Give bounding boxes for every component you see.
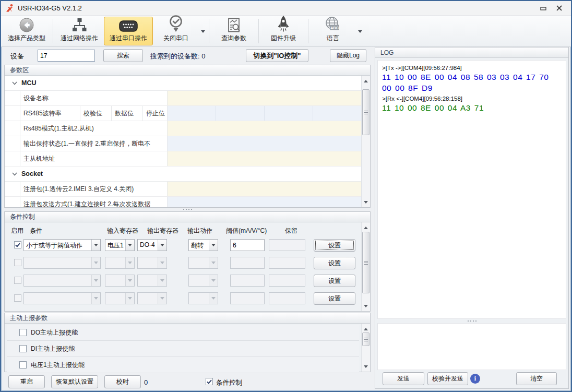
- output-action-select-disabled: [188, 292, 218, 304]
- input-register-select[interactable]: 电压1: [105, 239, 135, 251]
- report-checkbox-unchecked[interactable]: [19, 329, 27, 336]
- device-input[interactable]: [38, 50, 95, 62]
- log-splitter[interactable]: [377, 319, 566, 323]
- condition-scrollbar[interactable]: [361, 222, 370, 311]
- chevron-down-icon: [125, 275, 134, 286]
- scroll-down-arrow[interactable]: [362, 363, 370, 372]
- minimize-button[interactable]: [535, 3, 551, 14]
- param-value-cell[interactable]: [168, 136, 361, 151]
- time-sync-button[interactable]: 校时: [104, 375, 141, 388]
- param-row[interactable]: 设备名称: [5, 91, 361, 106]
- param-label: 注册包发送方式(1.建立连接时 2.每次发送数据: [20, 197, 168, 207]
- enable-checkbox-unchecked[interactable]: [14, 277, 21, 284]
- param-value-cell[interactable]: [168, 182, 361, 196]
- toolbar-firmware-upgrade[interactable]: 固件升级: [260, 17, 306, 45]
- toolbar-query-params[interactable]: 查询参数: [211, 17, 257, 45]
- search-button[interactable]: 搜索: [103, 49, 143, 62]
- language-dropdown-arrow[interactable]: [356, 17, 364, 45]
- scroll-up-arrow[interactable]: [362, 222, 370, 231]
- hide-log-button[interactable]: 隐藏Log: [330, 49, 366, 62]
- report-item-label: DO主动上报使能: [31, 328, 78, 337]
- output-register-select-disabled: [137, 275, 167, 287]
- info-icon[interactable]: i: [470, 374, 480, 384]
- restore-defaults-button[interactable]: 恢复默认设置: [51, 375, 98, 388]
- chevron-down-icon: [91, 275, 100, 286]
- output-register-select[interactable]: DO-4: [137, 239, 167, 251]
- left-pane: 设备 搜索 搜索到的设备数: 0 切换到"IO控制" 隐藏Log 参数区 MCU…: [4, 47, 373, 390]
- condition-toggle-label: 条件控制: [216, 378, 242, 387]
- log-header: LOG: [375, 47, 568, 58]
- param-label: Rs485模式(1.主机2.从机): [20, 121, 168, 136]
- toolbar-select-product-type[interactable]: 选择产品类型: [2, 17, 51, 45]
- close-serial-dropdown-arrow[interactable]: [199, 17, 207, 45]
- send-input-area[interactable]: [377, 323, 566, 370]
- toolbar-separator: [308, 19, 308, 43]
- param-group-socket[interactable]: Socket: [5, 167, 361, 182]
- scrollbar-thumb[interactable]: [362, 232, 370, 293]
- param-row[interactable]: 输出保持状态(1.一直保持 2.重启保持，断电不: [5, 136, 361, 151]
- toolbar-serial-operate[interactable]: 通过串口操作: [104, 17, 153, 45]
- output-action-select[interactable]: 翻转: [188, 239, 218, 251]
- scroll-up-arrow[interactable]: [362, 76, 370, 84]
- param-row[interactable]: 注册包(1.透传云2.IMEI 3.自定义 4.关闭): [5, 182, 361, 197]
- scroll-down-arrow[interactable]: [362, 199, 370, 207]
- log-output[interactable]: >[Tx ->][COM4][09:56:27:984] 11 10 00 8E…: [377, 60, 566, 319]
- condition-toggle-checkbox-checked[interactable]: [206, 378, 213, 385]
- set-button[interactable]: 设置: [314, 275, 355, 287]
- scroll-down-arrow[interactable]: [362, 303, 370, 311]
- chevron-down-icon[interactable]: [158, 240, 166, 251]
- verify-send-button[interactable]: 校验并发送: [427, 372, 468, 385]
- input-register-select-disabled: [105, 292, 135, 304]
- param-value-cells[interactable]: [168, 106, 361, 121]
- param-row[interactable]: RS485波特率 校验位 数据位 停止位: [5, 106, 361, 121]
- toolbar-close-serial[interactable]: 关闭串口: [153, 17, 199, 45]
- condition-select[interactable]: 小于或等于阈值动作: [23, 239, 101, 251]
- params-table: MCU 设备名称 RS485波特率 校验位 数据位 停止位 Rs48: [5, 76, 361, 207]
- set-button[interactable]: 设置: [314, 257, 355, 269]
- chevron-down-icon[interactable]: [209, 240, 218, 251]
- close-button[interactable]: [551, 3, 567, 14]
- chevron-down-icon[interactable]: [91, 240, 100, 251]
- restart-button[interactable]: 重启: [8, 375, 45, 388]
- rocket-icon: [276, 15, 291, 33]
- globe-abc-icon: ABC: [324, 16, 342, 33]
- col-output-reg: 输出寄存器: [147, 227, 178, 235]
- scrollbar-thumb[interactable]: [362, 89, 370, 135]
- toolbar-network-operate[interactable]: 通过网络操作: [55, 17, 104, 45]
- toolbar: 选择产品类型 通过网络操作: [1, 16, 571, 47]
- switch-io-control-button[interactable]: 切换到"IO控制": [246, 49, 308, 62]
- log-panel: LOG >[Tx ->][COM4][09:56:27:984] 11 10 0…: [375, 47, 569, 389]
- enable-checkbox-unchecked[interactable]: [14, 259, 21, 266]
- scrollbar-thumb[interactable]: [362, 332, 370, 346]
- serial-port-icon: [118, 19, 138, 33]
- set-button[interactable]: 设置: [314, 292, 355, 305]
- clear-button[interactable]: 清空: [516, 372, 557, 385]
- param-row[interactable]: 主从机地址: [5, 151, 361, 167]
- set-button[interactable]: 设置: [314, 239, 355, 252]
- param-label-group: RS485波特率 校验位 数据位 停止位: [20, 106, 168, 121]
- param-value-cell[interactable]: [168, 197, 361, 207]
- params-scrollbar[interactable]: [361, 76, 370, 207]
- param-row[interactable]: 注册包发送方式(1.建立连接时 2.每次发送数据: [5, 197, 361, 207]
- input-register-select-disabled: [105, 257, 135, 269]
- report-checkbox-unchecked[interactable]: [19, 361, 27, 369]
- report-checkbox-unchecked[interactable]: [19, 345, 27, 352]
- param-label: 注册包(1.透传云2.IMEI 3.自定义 4.关闭): [20, 182, 168, 196]
- toolbar-language[interactable]: ABC 语言: [310, 17, 356, 45]
- scroll-up-arrow[interactable]: [362, 324, 370, 332]
- param-value-cell[interactable]: [168, 91, 361, 105]
- report-item-label: DI主动上报使能: [31, 345, 75, 353]
- param-group-mcu[interactable]: MCU: [5, 76, 361, 91]
- threshold-input[interactable]: [230, 239, 265, 251]
- param-row[interactable]: Rs485模式(1.主机2.从机): [5, 121, 361, 136]
- param-value-cell[interactable]: [168, 121, 361, 136]
- send-button[interactable]: 发送: [383, 372, 424, 385]
- input-register-select-disabled: [105, 275, 135, 287]
- chevron-down-icon[interactable]: [125, 240, 134, 251]
- pane-splitter[interactable]: [4, 207, 371, 211]
- report-scrollbar[interactable]: [361, 324, 370, 372]
- param-value-cell[interactable]: [168, 151, 361, 166]
- enable-checkbox-checked[interactable]: [14, 241, 21, 248]
- enable-checkbox-unchecked[interactable]: [14, 294, 21, 302]
- reserved-input-disabled: [269, 275, 305, 287]
